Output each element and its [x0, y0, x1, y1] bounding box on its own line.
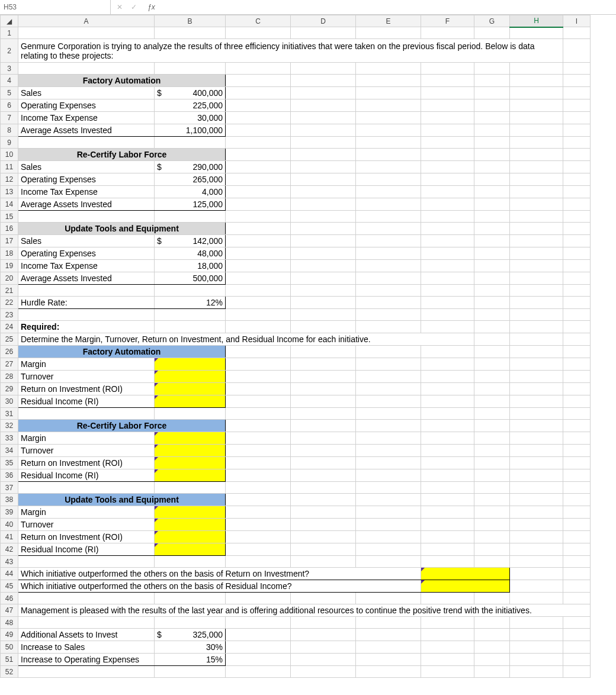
section-header-rc[interactable]: Re-Certify Labor Force — [18, 149, 226, 161]
row-header[interactable]: 33 — [1, 432, 18, 445]
cell[interactable]: 265,000 — [155, 173, 226, 186]
cell[interactable]: Sales — [18, 235, 155, 247]
row-header[interactable]: 11 — [1, 161, 18, 173]
answer-cell[interactable] — [155, 457, 226, 469]
cell[interactable]: 30% — [155, 641, 226, 654]
row-header[interactable]: 37 — [1, 482, 18, 494]
row-header[interactable]: 43 — [1, 556, 18, 568]
row-header[interactable]: 10 — [1, 149, 18, 161]
col-header-H[interactable]: H — [510, 15, 563, 27]
select-all-corner[interactable]: ◢ — [1, 15, 18, 27]
row-header[interactable]: 40 — [1, 519, 18, 531]
cell[interactable]: Return on Investment (ROI) — [18, 531, 155, 543]
name-box[interactable]: H53 — [0, 0, 111, 14]
row-header[interactable]: 9 — [1, 137, 18, 149]
answer-cell[interactable] — [421, 580, 510, 593]
mgmt-text[interactable]: Management is pleased with the results o… — [18, 604, 591, 617]
cell[interactable]: 30,000 — [155, 112, 226, 124]
cell[interactable]: Operating Expenses — [18, 99, 155, 112]
row-header[interactable]: 15 — [1, 211, 18, 223]
cell[interactable]: 15% — [155, 654, 226, 666]
row-header[interactable]: 6 — [1, 99, 18, 112]
cell[interactable]: 12% — [155, 297, 226, 309]
required-label[interactable]: Required: — [18, 321, 155, 333]
cell[interactable]: 48,000 — [155, 247, 226, 260]
row-header[interactable]: 12 — [1, 173, 18, 186]
cell[interactable]: 4,000 — [155, 186, 226, 198]
col-header-B[interactable]: B — [155, 15, 226, 27]
cell[interactable]: Income Tax Expense — [18, 186, 155, 198]
answer-cell[interactable] — [155, 531, 226, 543]
answer-cell[interactable] — [155, 432, 226, 445]
cell[interactable]: Residual Income (RI) — [18, 469, 155, 482]
cell[interactable]: Average Assets Invested — [18, 272, 155, 285]
row-header[interactable]: 44 — [1, 568, 18, 580]
cell[interactable]: 225,000 — [155, 99, 226, 112]
row-header[interactable]: 4 — [1, 75, 18, 87]
row-header[interactable]: 18 — [1, 247, 18, 260]
col-header-C[interactable]: C — [226, 15, 291, 27]
row-header[interactable]: 14 — [1, 198, 18, 211]
row-header[interactable]: 13 — [1, 186, 18, 198]
calc-header-fa[interactable]: Factory Automation — [18, 346, 226, 358]
row-header[interactable]: 36 — [1, 469, 18, 482]
cell[interactable]: Return on Investment (ROI) — [18, 383, 155, 395]
cell[interactable]: Margin — [18, 506, 155, 519]
row-header[interactable]: 45 — [1, 580, 18, 593]
cell[interactable]: 400,000 — [155, 87, 226, 99]
row-header[interactable]: 2 — [1, 39, 18, 63]
spreadsheet-grid[interactable]: ◢ A B C D E F G H I 1 2 Genmure Corporat… — [0, 15, 591, 678]
answer-cell[interactable] — [155, 543, 226, 556]
cell[interactable]: Sales — [18, 87, 155, 99]
answer-cell[interactable] — [421, 568, 510, 580]
row-header[interactable]: 21 — [1, 285, 18, 297]
cell[interactable]: Return on Investment (ROI) — [18, 457, 155, 469]
col-header-F[interactable]: F — [421, 15, 474, 27]
col-header-G[interactable]: G — [474, 15, 510, 27]
cell[interactable]: Operating Expenses — [18, 173, 155, 186]
row-header[interactable]: 24 — [1, 321, 18, 333]
cell[interactable]: Margin — [18, 358, 155, 371]
cell[interactable]: Margin — [18, 432, 155, 445]
calc-header-te[interactable]: Update Tools and Equipment — [18, 494, 226, 506]
cell[interactable]: 142,000 — [155, 235, 226, 247]
cell[interactable]: Average Assets Invested — [18, 124, 155, 137]
cell[interactable]: Increase to Operating Expenses — [18, 654, 155, 666]
row-header[interactable]: 8 — [1, 124, 18, 137]
cell[interactable]: Residual Income (RI) — [18, 395, 155, 408]
question-roi[interactable]: Which initiative outperformed the others… — [18, 568, 421, 580]
row-header[interactable]: 46 — [1, 593, 18, 604]
row-header[interactable]: 50 — [1, 641, 18, 654]
cell[interactable]: Average Assets Invested — [18, 198, 155, 211]
answer-cell[interactable] — [155, 358, 226, 371]
row-header[interactable]: 28 — [1, 371, 18, 383]
cell[interactable]: 500,000 — [155, 272, 226, 285]
row-header[interactable]: 7 — [1, 112, 18, 124]
cell[interactable]: 1,100,000 — [155, 124, 226, 137]
cell[interactable]: Income Tax Expense — [18, 112, 155, 124]
cell[interactable]: Operating Expenses — [18, 247, 155, 260]
row-header[interactable]: 51 — [1, 654, 18, 666]
row-header[interactable]: 26 — [1, 346, 18, 358]
cell[interactable]: Hurdle Rate: — [18, 297, 155, 309]
row-header[interactable]: 5 — [1, 87, 18, 99]
row-header[interactable]: 16 — [1, 223, 18, 235]
row-header[interactable]: 42 — [1, 543, 18, 556]
answer-cell[interactable] — [155, 383, 226, 395]
row-header[interactable]: 20 — [1, 272, 18, 285]
cell[interactable]: Residual Income (RI) — [18, 543, 155, 556]
row-header[interactable]: 29 — [1, 383, 18, 395]
intro-text[interactable]: Genmure Corporation is trying to analyze… — [18, 39, 563, 63]
row-header[interactable]: 31 — [1, 408, 18, 420]
row-header[interactable]: 25 — [1, 333, 18, 346]
row-header[interactable]: 17 — [1, 235, 18, 247]
row-header[interactable]: 34 — [1, 445, 18, 457]
answer-cell[interactable] — [155, 371, 226, 383]
cell[interactable]: 290,000 — [155, 161, 226, 173]
row-header[interactable]: 35 — [1, 457, 18, 469]
row-header[interactable]: 22 — [1, 297, 18, 309]
answer-cell[interactable] — [155, 519, 226, 531]
row-header[interactable]: 23 — [1, 309, 18, 321]
cell[interactable]: 325,000 — [155, 629, 226, 641]
cell[interactable]: 125,000 — [155, 198, 226, 211]
